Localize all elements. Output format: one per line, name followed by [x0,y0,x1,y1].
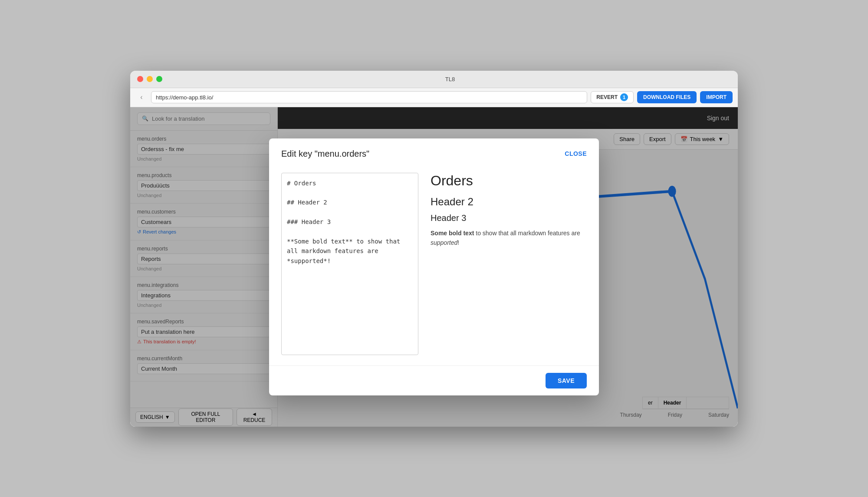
modal-textarea[interactable]: # Orders ## Header 2 ### Header 3 **Some… [281,173,418,355]
import-button[interactable]: IMPORT [700,91,733,103]
traffic-lights [137,76,162,82]
download-files-button[interactable]: DOWNLOAD FILES [637,91,697,103]
modal-title: Edit key "menu.orders" [281,149,369,159]
modal-close-button[interactable]: CLOSE [565,150,587,157]
preview-text: Some bold text to show that all markdown… [431,228,587,248]
preview-bold: Some bold text [431,230,474,237]
modal-preview: Orders Header 2 Header 3 Some bold text … [431,173,587,355]
modal-dialog: Edit key "menu.orders" CLOSE # Orders ##… [269,138,599,395]
back-button[interactable]: ‹ [135,91,148,103]
minimize-button[interactable] [147,76,153,82]
close-button[interactable] [137,76,143,82]
fullscreen-button[interactable] [156,76,162,82]
preview-h2: Header 2 [431,196,587,208]
revert-label: REVERT [596,94,618,100]
revert-button[interactable]: REVERT 1 [591,91,634,103]
browser-content: 🔍 menu.orders Ordersss - fix me Unchange… [130,107,738,427]
preview-italic: supported [431,239,457,246]
modal-overlay: Edit key "menu.orders" CLOSE # Orders ##… [130,107,738,427]
modal-footer: SAVE [269,365,599,395]
preview-normal: to show that all markdown features are [474,230,580,237]
revert-badge: 1 [620,93,628,101]
preview-end: ! [457,239,459,246]
save-button[interactable]: SAVE [546,373,587,388]
url-bar[interactable]: https://demo-app.tl8.io/ [151,91,587,103]
title-bar: TL8 [130,71,738,88]
modal-editor: # Orders ## Header 2 ### Header 3 **Some… [281,173,418,355]
preview-h3: Header 3 [431,213,587,223]
window-title: TL8 [169,76,731,82]
nav-bar: ‹ https://demo-app.tl8.io/ REVERT 1 DOWN… [130,88,738,107]
nav-buttons: REVERT 1 DOWNLOAD FILES IMPORT [591,91,733,103]
modal-body: # Orders ## Header 2 ### Header 3 **Some… [269,166,599,365]
preview-h1: Orders [431,173,587,189]
url-text: https://demo-app.tl8.io/ [156,94,213,101]
modal-header: Edit key "menu.orders" CLOSE [269,138,599,166]
